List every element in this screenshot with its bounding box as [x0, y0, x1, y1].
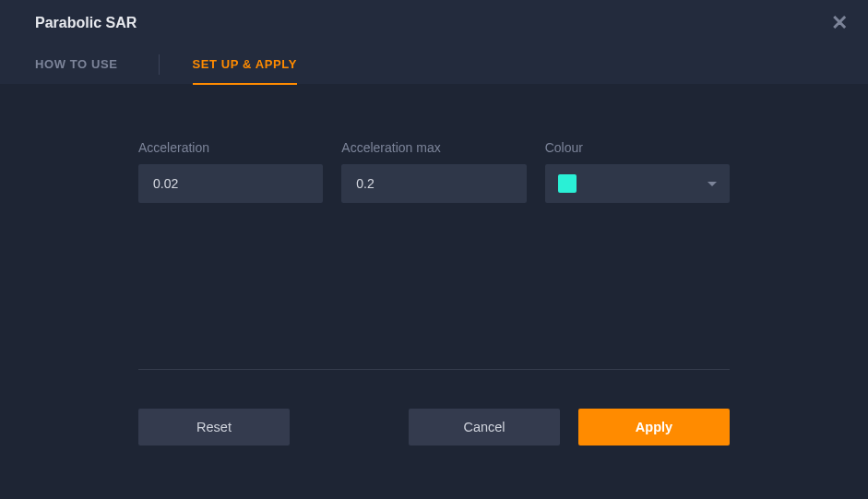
section-divider: [138, 369, 730, 370]
title-row: Parabolic SAR ✕: [0, 0, 868, 41]
field-acceleration-max: Acceleration max: [341, 140, 526, 203]
acceleration-input[interactable]: [138, 164, 323, 203]
tab-separator: [159, 54, 160, 75]
fields-row: Acceleration Acceleration max Colour: [138, 140, 730, 203]
indicator-settings-dialog: Parabolic SAR ✕ HOW TO USE SET UP & APPL…: [0, 0, 868, 499]
apply-button[interactable]: Apply: [578, 409, 730, 446]
field-colour: Colour: [545, 140, 730, 203]
colour-label: Colour: [545, 140, 730, 155]
cancel-button[interactable]: Cancel: [409, 409, 560, 446]
acceleration-label: Acceleration: [138, 140, 323, 155]
tab-setup-apply[interactable]: SET UP & APPLY: [193, 50, 297, 84]
dialog-header: Parabolic SAR ✕ HOW TO USE SET UP & APPL…: [0, 0, 868, 85]
buttons-right-group: Cancel Apply: [409, 409, 730, 446]
chevron-down-icon: [707, 182, 717, 186]
close-icon[interactable]: ✕: [827, 9, 851, 37]
acceleration-max-label: Acceleration max: [341, 140, 526, 155]
field-acceleration: Acceleration: [138, 140, 323, 203]
colour-select[interactable]: [545, 164, 730, 203]
tab-how-to-use[interactable]: HOW TO USE: [35, 50, 118, 84]
acceleration-max-input[interactable]: [341, 164, 526, 203]
reset-button[interactable]: Reset: [138, 409, 290, 446]
dialog-content: Acceleration Acceleration max Colour Res…: [0, 85, 868, 473]
tab-bar: HOW TO USE SET UP & APPLY: [0, 41, 868, 84]
button-row: Reset Cancel Apply: [138, 409, 730, 446]
dialog-title: Parabolic SAR: [35, 15, 137, 31]
colour-swatch: [558, 174, 577, 193]
